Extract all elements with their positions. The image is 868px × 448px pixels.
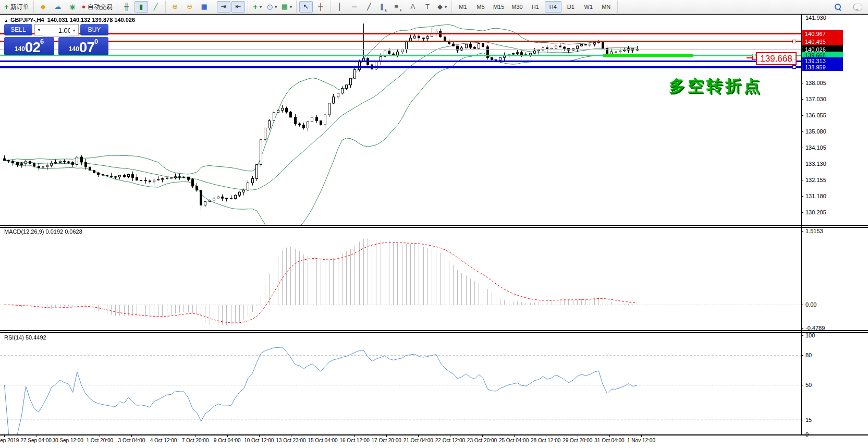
cursor-button[interactable]: ↖ [299,1,313,13]
rsi-axis-tick [801,335,803,336]
price-axis-tick [801,115,803,116]
time-axis-tick [482,434,483,437]
channel-button[interactable]: ∥E [377,1,390,13]
timeframe-h1-button[interactable]: H1 [527,1,544,13]
autotrading-button-label: 自动交易 [88,3,113,11]
current-price-line[interactable] [0,49,801,50]
time-axis-tick [195,434,196,437]
time-axis-tick [4,434,5,437]
search-button[interactable] [831,1,845,13]
support-line-2[interactable] [0,66,801,68]
time-axis-tick [323,434,323,437]
timeframe-m30-button[interactable]: M30 [508,1,525,13]
price-flag-label[interactable]: 139.668 [756,52,797,65]
volume-increase-button[interactable]: ▲ [70,24,79,35]
time-axis-tick [578,434,578,437]
time-axis-label: 9 Oct 04:00 [214,438,241,443]
time-axis-label: 22 Oct 12:00 [435,438,465,443]
zoom-out-button[interactable]: ⊖ [183,1,197,13]
pivot-annotation-text[interactable]: 多空转折点 [669,75,763,97]
resistance-line-1[interactable] [0,33,801,34]
tile-windows-button[interactable]: ▦ [198,1,211,13]
time-axis-label: 1 Oct 20:00 [86,438,113,443]
signals-button[interactable]: ◉ [66,1,79,13]
rsi-indicator-canvas[interactable] [0,334,801,434]
zoom-in-icon: ⊕ [172,2,178,12]
price-chart-canvas[interactable] [0,15,801,225]
scroll-to-end-button[interactable]: ⇥ [217,1,230,13]
price-axis-label: 137.030 [805,96,826,102]
chart-shift-button[interactable]: ⇤ [231,1,245,13]
profiles-button[interactable]: ☁ [51,1,65,13]
text-label-button[interactable]: T [421,1,434,13]
timeframe-d1-button[interactable]: D1 [563,1,579,13]
price-axis-label: 131.180 [805,193,826,199]
sell-button[interactable]: SELL [4,24,32,35]
line-chart-button[interactable]: ╱ [149,1,163,13]
buy-button[interactable]: BUY [80,24,108,35]
toolbar-group-shift: ⇥⇤ [214,1,248,13]
rsi-panel-separator[interactable] [0,330,868,333]
candlestick-button[interactable]: ▮ [135,1,148,13]
timeframe-m5-button[interactable]: M5 [472,1,489,13]
macd-axis-label: 0.00 [805,301,816,308]
rsi-axis-label: 0 [805,431,809,438]
time-axis-label: 4 Oct 12:00 [150,438,177,443]
horizontal-line-button[interactable]: ─ [348,1,361,13]
rsi-axis-tick [801,420,803,420]
tile-windows-icon: ▦ [201,2,207,12]
resistance-line-2-handle[interactable] [792,40,796,43]
rsi-axis-label: 50 [805,382,812,388]
time-axis-tick [227,434,228,437]
rsi-axis-tick [801,434,803,435]
indicators-button[interactable]: +▾ [251,1,264,13]
arrows-button[interactable]: ◆▾ [435,1,449,13]
chart-title: ▲GBPJPY-,H4 140.031 140.132 139.878 140.… [4,17,135,23]
price-axis-label: 136.055 [805,112,826,118]
autotrading-button[interactable]: ●自动交易 [80,1,114,13]
rsi-label: RSI(14) 50.4492 [4,334,46,341]
text-button[interactable]: A [406,1,420,13]
zoom-in-button[interactable]: ⊕ [168,1,182,13]
macd-panel-separator[interactable] [0,225,868,228]
fibonacci-icon: ≡ [395,2,399,12]
macd-indicator-canvas[interactable] [0,228,801,330]
price-axis-label: 135.080 [805,128,826,135]
time-axis-label: 17 Oct 20:00 [372,438,401,443]
time-axis-label: 21 Oct 04:00 [404,438,433,443]
crosshair-button[interactable]: ┼ [314,1,327,13]
templates-button[interactable]: ▤▾ [280,1,294,13]
time-axis-tick [641,434,642,437]
ohlc-readout: 140.031 140.132 139.878 140.026 [47,17,135,23]
timeframe-m15-button[interactable]: M15 [490,1,507,13]
sell-price-button[interactable]: 140026 [4,37,54,55]
vertical-line-button[interactable]: │ [333,1,347,13]
toolbar: +新订单◆☁◉●自动交易╫▮╱⊕⊖▦⇥⇤+▾◷▾▤▾↖┼│─╱∥E≡FAT◆▾M… [0,0,868,14]
support-line-1[interactable] [0,60,801,62]
timeframe-h4-button[interactable]: H4 [545,1,561,13]
trendline-button[interactable]: ╱ [362,1,376,13]
new-chart-button[interactable]: ◆ [36,1,50,13]
rsi-axis-label: 80 [805,352,812,358]
price-axis-tick [801,148,803,148]
timeframe-mn-button[interactable]: MN [598,1,615,13]
support-line-2-handle[interactable] [792,65,796,69]
timeframe-w1-button[interactable]: W1 [580,1,597,13]
resistance-line-2[interactable] [0,41,801,42]
periods-button[interactable]: ◷▾ [265,1,279,13]
macd-axis-tick [801,328,803,329]
time-axis-tick [100,434,100,437]
bar-chart-button[interactable]: ╫ [120,1,133,13]
timeframe-m1-button[interactable]: M1 [455,1,471,13]
chat-button[interactable] [851,1,864,13]
chart-shift-icon: ⇤ [235,2,241,12]
vertical-line-icon: │ [338,2,342,12]
fibonacci-button[interactable]: ≡F [392,1,405,13]
chevron-down-icon: ▾ [275,5,277,9]
buy-price-button[interactable]: 140070 [58,37,108,55]
price-axis-label: 130.205 [805,209,826,215]
time-axis-tick [291,434,291,437]
new-order-button[interactable]: +新订单 [3,1,31,13]
price-badge: 140.967 [802,30,843,38]
indicator-add-icon: + [253,2,258,12]
